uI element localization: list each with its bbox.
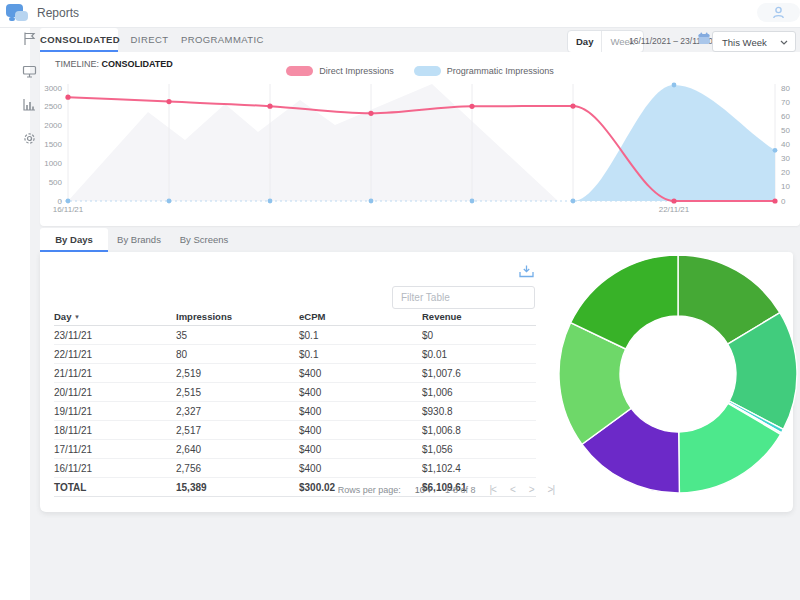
svg-text:40: 40 xyxy=(781,140,790,149)
table-header-row: Day ▼ Impressions eCPM Revenue xyxy=(54,308,536,326)
table-cell: 17/11/21 xyxy=(54,440,176,459)
sort-desc-icon: ▼ xyxy=(74,314,80,320)
table-cell: $1,006 xyxy=(422,383,536,402)
tab-consolidated[interactable]: CONSOLIDATED xyxy=(40,28,118,52)
table-row[interactable]: 18/11/212,517$400$1,006.8 xyxy=(54,421,536,440)
legend-item-programmatic[interactable]: Programmatic Impressions xyxy=(414,66,554,76)
table-cell: 80 xyxy=(176,345,299,364)
calendar-icon[interactable] xyxy=(698,32,710,45)
table-cell: $400 xyxy=(299,402,422,421)
chart-watermark xyxy=(68,84,558,201)
column-header-day[interactable]: Day ▼ xyxy=(54,308,176,326)
pagination: Rows per page: 10 ▾ 1-8 of 8 |< < > >| xyxy=(54,484,554,495)
svg-text:3000: 3000 xyxy=(44,84,62,93)
svg-text:10: 10 xyxy=(781,182,790,191)
pagination-range: 1-8 of 8 xyxy=(445,485,476,495)
app-logo-icon xyxy=(6,4,32,23)
filter-table-input[interactable] xyxy=(392,286,535,309)
flag-icon[interactable] xyxy=(22,31,37,46)
table-cell: 2,517 xyxy=(176,421,299,440)
legend-swatch-programmatic xyxy=(414,66,441,76)
table-cell: $1,102.4 xyxy=(422,459,536,478)
screens-icon[interactable] xyxy=(22,64,37,79)
report-tabs: CONSOLIDATED DIRECT SALES PROGRAMMATIC xyxy=(40,28,560,52)
sidebar xyxy=(0,27,30,600)
table-cell: $400 xyxy=(299,383,422,402)
table-cell: $400 xyxy=(299,364,422,383)
toggle-day[interactable]: Day xyxy=(568,31,602,52)
table-row[interactable]: 17/11/212,640$400$1,056 xyxy=(54,440,536,459)
table-cell: 18/11/21 xyxy=(54,421,176,440)
timeline-card: TIMELINE: CONSOLIDATED Direct Impression… xyxy=(40,52,800,226)
breakdown-card: Day ▼ Impressions eCPM Revenue 23/11/213… xyxy=(40,252,793,512)
table-cell: 2,515 xyxy=(176,383,299,402)
tab-direct-sales[interactable]: DIRECT SALES xyxy=(118,28,181,52)
table-row[interactable]: 21/11/212,519$400$1,007.6 xyxy=(54,364,536,383)
svg-text:30: 30 xyxy=(781,154,790,163)
table-row[interactable]: 23/11/2135$0.1$0 xyxy=(54,326,536,345)
tab-by-screens[interactable]: By Screens xyxy=(170,228,238,252)
legend-label: Programmatic Impressions xyxy=(447,66,554,76)
column-header-ecpm[interactable]: eCPM xyxy=(299,308,422,326)
table-cell: $0.1 xyxy=(299,345,422,364)
table-cell: 20/11/21 xyxy=(54,383,176,402)
table-cell: 21/11/21 xyxy=(54,364,176,383)
table-cell: $1,006.8 xyxy=(422,421,536,440)
impressions-donut-chart xyxy=(557,252,799,496)
tab-programmatic[interactable]: PROGRAMMATIC xyxy=(181,28,256,52)
svg-text:1000: 1000 xyxy=(44,159,62,168)
table-cell: $400 xyxy=(299,421,422,440)
legend-label: Direct Impressions xyxy=(319,66,394,76)
table-cell: 23/11/21 xyxy=(54,326,176,345)
svg-text:50: 50 xyxy=(781,126,790,135)
svg-text:20: 20 xyxy=(781,168,790,177)
table-cell: $930.8 xyxy=(422,402,536,421)
next-page-button[interactable]: > xyxy=(529,484,534,495)
tab-by-days[interactable]: By Days xyxy=(40,228,108,252)
legend-swatch-direct xyxy=(286,66,313,76)
last-page-button[interactable]: >| xyxy=(548,484,554,495)
page-title: Reports xyxy=(37,0,79,27)
table-cell: $0.1 xyxy=(299,326,422,345)
svg-text:500: 500 xyxy=(49,178,63,187)
column-header-impressions[interactable]: Impressions xyxy=(176,308,299,326)
svg-text:80: 80 xyxy=(781,84,790,93)
caret-down-icon: ▾ xyxy=(427,487,431,494)
table-cell: $1,007.6 xyxy=(422,364,536,383)
table-cell: 19/11/21 xyxy=(54,402,176,421)
table-row[interactable]: 16/11/212,756$400$1,102.4 xyxy=(54,459,536,478)
svg-text:2500: 2500 xyxy=(44,102,62,111)
chart-legend: Direct Impressions Programmatic Impressi… xyxy=(40,66,800,76)
svg-text:0: 0 xyxy=(781,197,786,206)
prev-page-button[interactable]: < xyxy=(510,484,515,495)
tab-by-brands[interactable]: By Brands xyxy=(108,228,170,252)
first-page-button[interactable]: |< xyxy=(489,484,495,495)
table-cell: $0 xyxy=(422,326,536,345)
svg-text:22/11/21: 22/11/21 xyxy=(659,205,690,214)
column-header-revenue[interactable]: Revenue xyxy=(422,308,536,326)
chevron-down-icon xyxy=(780,40,788,45)
export-download-icon[interactable] xyxy=(518,264,535,279)
table-cell: 35 xyxy=(176,326,299,345)
table-row[interactable]: 20/11/212,515$400$1,006 xyxy=(54,383,536,402)
svg-text:16/11/21: 16/11/21 xyxy=(53,205,84,214)
bar-chart-icon[interactable] xyxy=(22,97,37,112)
table-cell: $400 xyxy=(299,459,422,478)
period-select[interactable]: This Week xyxy=(712,31,796,52)
period-select-value: This Week xyxy=(722,37,767,48)
gear-icon[interactable] xyxy=(22,131,37,146)
table-cell: 2,327 xyxy=(176,402,299,421)
table-cell: 16/11/21 xyxy=(54,459,176,478)
svg-text:60: 60 xyxy=(781,112,790,121)
table-row[interactable]: 19/11/212,327$400$930.8 xyxy=(54,402,536,421)
table-cell: 22/11/21 xyxy=(54,345,176,364)
table-cell: $0.01 xyxy=(422,345,536,364)
table-row[interactable]: 22/11/2180$0.1$0.01 xyxy=(54,345,536,364)
user-icon xyxy=(772,6,785,19)
timeline-chart: 3000250020001500100050008070605040302010… xyxy=(40,76,800,226)
svg-text:2000: 2000 xyxy=(44,121,62,130)
legend-item-direct[interactable]: Direct Impressions xyxy=(286,66,394,76)
table-cell: 2,640 xyxy=(176,440,299,459)
rows-per-page-select[interactable]: 10 ▾ xyxy=(415,485,431,495)
user-menu-button[interactable] xyxy=(757,3,800,22)
